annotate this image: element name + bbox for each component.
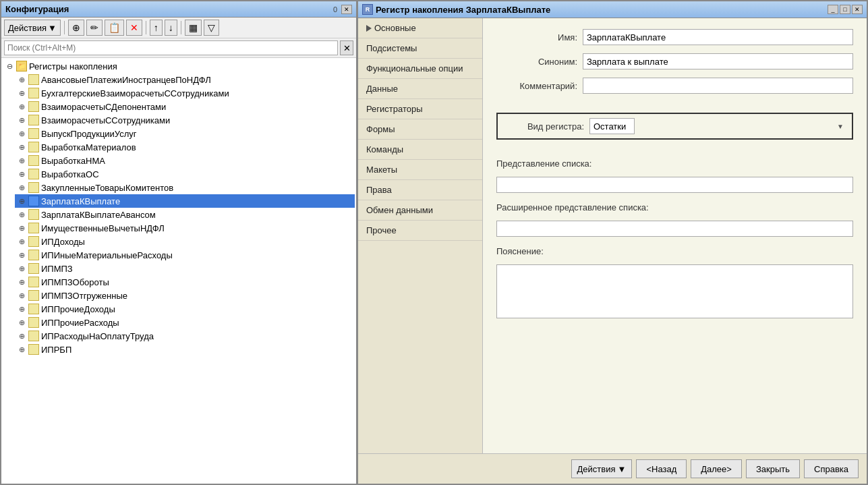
- tab-subsystems[interactable]: Подсистемы: [358, 38, 482, 59]
- expand-icon: ⊕: [17, 115, 26, 125]
- expand-icon: ⊕: [17, 277, 26, 287]
- tree-item[interactable]: ⊕ ИПМПЗОбороты: [15, 275, 355, 289]
- node-icon: [28, 115, 39, 125]
- right-main: Основные Подсистемы Функциональные опции…: [358, 18, 867, 453]
- tree-item[interactable]: ⊕ ВзаиморасчетыССотрудниками: [15, 113, 355, 127]
- right-title-text: Регистр накопления ЗарплатаКВыплате: [376, 5, 550, 15]
- search-clear-button[interactable]: ✕: [340, 40, 353, 55]
- tab-other[interactable]: Прочее: [358, 221, 482, 241]
- name-label: Имя:: [496, 32, 577, 42]
- edit-icon: ✏: [90, 23, 98, 32]
- item-label: ИмущественныеВычетыНДФЛ: [41, 223, 165, 233]
- tab-functional-options[interactable]: Функциональные опции: [358, 59, 482, 79]
- item-label: ИПМПЗ: [41, 264, 73, 274]
- item-label: ВзаиморасчетыСДепонентами: [41, 102, 166, 112]
- move-down-button[interactable]: ↓: [165, 20, 177, 36]
- item-label: ЗарплатаКВыплатеАвансом: [41, 210, 156, 220]
- tree-item[interactable]: ⊕ ИПРБП: [15, 343, 355, 356]
- expand-icon: ⊕: [17, 102, 26, 111]
- right-maximize-button[interactable]: □: [840, 5, 850, 14]
- tree-item[interactable]: ⊕ ИПРасходыНаОплатуТруда: [15, 329, 355, 343]
- tree-item[interactable]: ⊕ ЗарплатаКВыплатеАвансом: [15, 208, 355, 221]
- tab-data-exchange[interactable]: Обмен данными: [358, 200, 482, 221]
- edit-button[interactable]: ✏: [86, 20, 103, 36]
- left-close-button[interactable]: ✕: [341, 5, 352, 14]
- spacer-2: [496, 148, 853, 159]
- expand-icon: ⊕: [17, 304, 26, 314]
- tree-item[interactable]: ⊕ ИмущественныеВычетыНДФЛ: [15, 221, 355, 235]
- tab-commands-label: Команды: [366, 144, 403, 154]
- comment-input[interactable]: [583, 78, 853, 94]
- item-label: ИПДоходы: [41, 237, 85, 247]
- copy-button[interactable]: 📋: [105, 20, 124, 36]
- tree-item[interactable]: ⊕ АвансовыеПлатежиИностранцевПоНДФЛ: [15, 73, 355, 86]
- tree-item-selected[interactable]: ⊕ ЗарплатаКВыплате: [15, 194, 355, 208]
- list-presentation-input[interactable]: [496, 177, 853, 193]
- next-button[interactable]: Далее>: [691, 459, 742, 478]
- actions-dropdown-button[interactable]: Действия ▼: [4, 20, 61, 36]
- tab-layouts[interactable]: Макеты: [358, 160, 482, 180]
- tree-container[interactable]: ⊖ 📁 Регистры накопления ⊕ АвансовыеПлате…: [1, 58, 356, 484]
- triangle-icon: [366, 25, 372, 32]
- tree-item[interactable]: ⊕ ИПМПЗОтгруженные: [15, 289, 355, 302]
- tree-item[interactable]: ⊕ ИПИныеМатериальныеРасходы: [15, 248, 355, 262]
- delete-button[interactable]: ✕: [126, 20, 142, 36]
- expand-icon: ⊕: [17, 88, 26, 98]
- help-button[interactable]: Справка: [804, 459, 859, 478]
- tree-item[interactable]: ⊕ ЗакупленныеТоварыКомитентов: [15, 181, 355, 194]
- down-icon: ↓: [169, 23, 173, 32]
- tree-item[interactable]: ⊕ ВыработкаМатериалов: [15, 140, 355, 154]
- tab-rights-label: Права: [366, 185, 392, 195]
- node-icon: [28, 209, 39, 220]
- close-button[interactable]: Закрыть: [746, 459, 800, 478]
- node-icon: [28, 250, 39, 260]
- node-icon: [28, 155, 39, 166]
- add-button[interactable]: ⊕: [68, 20, 84, 36]
- tree-item[interactable]: ⊕ ИПМПЗ: [15, 262, 355, 275]
- search-input[interactable]: [4, 40, 338, 55]
- tree-item[interactable]: ⊕ ВыпускПродукцииУслуг: [15, 127, 355, 140]
- tab-rights[interactable]: Права: [358, 180, 482, 200]
- item-label: ИПМПЗОтгруженные: [41, 291, 127, 301]
- synonym-input[interactable]: [583, 53, 853, 69]
- back-button[interactable]: <Назад: [636, 459, 687, 478]
- tab-main[interactable]: Основные: [358, 18, 482, 38]
- tree-item[interactable]: ⊕ БухгалтерскиеВзаиморасчетыССотрудникам…: [15, 86, 355, 100]
- tab-forms-label: Формы: [366, 124, 395, 134]
- help-label: Справка: [814, 464, 848, 474]
- tree-item[interactable]: ⊕ ВзаиморасчетыСДепонентами: [15, 100, 355, 113]
- name-input[interactable]: [583, 29, 853, 45]
- tab-layouts-label: Макеты: [366, 165, 397, 175]
- node-icon: [28, 344, 39, 355]
- tab-registrars-label: Регистраторы: [366, 104, 423, 114]
- tree-item[interactable]: ⊕ ИППрочиеРасходы: [15, 316, 355, 329]
- tab-functional-options-label: Функциональные опции: [366, 63, 463, 74]
- right-close-button[interactable]: ✕: [852, 5, 863, 14]
- tab-data-label: Данные: [366, 84, 398, 94]
- tree-item[interactable]: ⊕ ВыработкаНМА: [15, 154, 355, 167]
- ext-list-presentation-input[interactable]: [496, 221, 853, 237]
- item-label: ВыпускПродукцииУслуг: [41, 129, 137, 139]
- tab-commands[interactable]: Команды: [358, 140, 482, 160]
- actions-button[interactable]: Действия ▼: [571, 459, 633, 478]
- grid-button[interactable]: ▦: [185, 20, 202, 36]
- tree-item[interactable]: ⊕ ИПДоходы: [15, 235, 355, 248]
- tree-item[interactable]: ⊕ ИППрочиеДоходы: [15, 302, 355, 316]
- tree-item[interactable]: ⊕ ВыработкаОС: [15, 167, 355, 181]
- right-minimize-button[interactable]: _: [828, 5, 838, 14]
- tab-registrars[interactable]: Регистраторы: [358, 99, 482, 119]
- ext-list-presentation-label: Расширенное представление списка:: [496, 202, 649, 212]
- expand-icon: ⊕: [17, 142, 26, 152]
- tab-forms[interactable]: Формы: [358, 119, 482, 140]
- node-icon: [28, 317, 39, 328]
- back-label: <Назад: [646, 464, 676, 474]
- tree-root-item[interactable]: ⊖ 📁 Регистры накопления: [3, 59, 355, 73]
- explanation-textarea[interactable]: [496, 264, 853, 318]
- synonym-row: Синоним:: [496, 53, 853, 69]
- filter-button[interactable]: ▽: [204, 20, 219, 36]
- tab-data[interactable]: Данные: [358, 79, 482, 99]
- move-up-button[interactable]: ↑: [150, 20, 163, 36]
- ext-list-presentation-input-row: [496, 221, 853, 237]
- register-type-select[interactable]: Остатки Обороты: [589, 118, 635, 134]
- item-label: ВыработкаНМА: [41, 156, 105, 166]
